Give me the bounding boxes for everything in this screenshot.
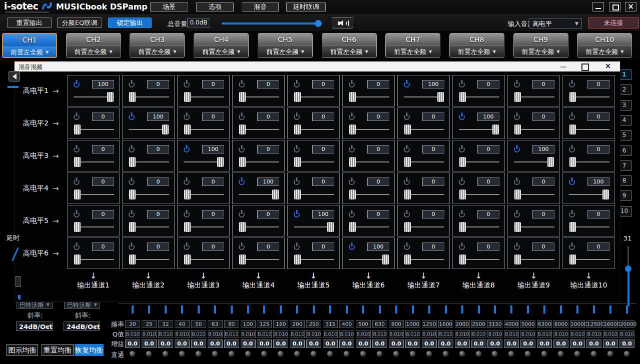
channel-preset-dropdown[interactable]: 前置左全频▼ [322, 46, 376, 58]
dialog-titlebar[interactable]: 混音混频 × [15, 62, 620, 72]
mix-level-slider[interactable] [349, 188, 389, 202]
mix-level-value[interactable]: 0 [92, 210, 114, 218]
mix-level-value[interactable]: 100 [147, 112, 169, 121]
eq-bypass-led[interactable] [212, 350, 218, 357]
eq-gain-value[interactable]: 0.0 [553, 340, 568, 348]
slider-thumb[interactable] [514, 254, 521, 264]
eq-band-slider-tick[interactable] [231, 306, 233, 314]
power-icon[interactable] [74, 212, 80, 218]
mix-level-slider[interactable] [129, 221, 169, 234]
eq-q-value[interactable]: 8.010 [422, 330, 437, 338]
channel-block-ch4[interactable]: CH4前置左全频▼ [194, 33, 249, 58]
slider-thumb[interactable] [459, 157, 466, 167]
eq-frequency-value[interactable]: 10000 [570, 320, 585, 328]
slider-thumb[interactable] [547, 157, 554, 167]
power-icon[interactable] [514, 114, 520, 120]
power-icon[interactable] [129, 244, 135, 250]
slider-thumb[interactable] [294, 157, 301, 167]
power-icon[interactable] [569, 82, 575, 88]
power-icon[interactable] [294, 179, 300, 185]
slider-thumb[interactable] [162, 124, 169, 134]
channel-label[interactable]: CH8 [450, 34, 504, 46]
eq-bypass-led[interactable] [475, 350, 482, 357]
slider-thumb[interactable] [514, 222, 521, 232]
eq-band-slider-tick[interactable] [313, 306, 315, 314]
eq-gain-value[interactable]: 0.0 [619, 340, 634, 348]
lock-output-button[interactable]: 锁定输出 [108, 18, 152, 28]
eq-frequency-value[interactable]: 20000 [619, 320, 634, 328]
mix-level-slider[interactable] [129, 124, 169, 137]
channel-block-ch9[interactable]: CH9前置左全频▼ [513, 33, 568, 58]
power-icon[interactable] [239, 114, 245, 120]
channel-block-ch8[interactable]: CH8前置左全频▼ [449, 33, 504, 58]
mix-level-value[interactable]: 0 [257, 242, 279, 251]
slider-thumb[interactable] [294, 254, 301, 264]
mix-level-slider[interactable] [239, 188, 279, 202]
mix-level-slider[interactable] [514, 91, 554, 104]
mix-level-value[interactable]: 0 [202, 178, 224, 186]
mix-level-slider[interactable] [569, 188, 609, 202]
eq-gain-value[interactable]: 0.0 [520, 340, 535, 348]
slider-thumb[interactable] [184, 254, 191, 264]
slider-thumb[interactable] [492, 124, 499, 134]
menu-button-2[interactable]: 选项 [196, 2, 234, 12]
eq-bypass-led[interactable] [590, 350, 597, 357]
mix-level-slider[interactable] [349, 221, 389, 234]
slider-thumb[interactable] [569, 157, 576, 167]
power-icon[interactable] [74, 114, 80, 120]
mix-level-slider[interactable] [349, 254, 389, 267]
mix-level-value[interactable]: 0 [312, 242, 334, 251]
eq-gain-value[interactable]: 0.0 [603, 340, 618, 348]
slider-thumb[interactable] [404, 254, 411, 264]
power-icon[interactable] [459, 114, 465, 120]
eq-frequency-value[interactable]: 50 [191, 320, 206, 328]
slider-thumb[interactable] [404, 222, 411, 232]
slider-thumb[interactable] [184, 222, 191, 232]
eq-frequency-value[interactable]: 16000 [603, 320, 618, 328]
mix-level-slider[interactable] [349, 124, 389, 137]
slider-thumb[interactable] [514, 124, 521, 134]
mix-level-value[interactable]: 100 [202, 145, 224, 154]
channel-block-ch6[interactable]: CH6前置左全频▼ [322, 33, 377, 58]
slider-thumb[interactable] [294, 92, 301, 102]
power-icon[interactable] [294, 244, 300, 250]
connection-status-button[interactable]: 未连接 [588, 18, 639, 28]
slider-thumb[interactable] [74, 222, 81, 232]
mix-level-slider[interactable] [514, 124, 554, 137]
mix-level-slider[interactable] [404, 221, 444, 234]
eq-bypass-led[interactable] [195, 350, 202, 357]
power-icon[interactable] [514, 179, 520, 185]
crossover-eq-link-button[interactable]: 分频EQ联调 [57, 18, 102, 28]
mix-level-value[interactable]: 0 [92, 178, 114, 186]
eq-q-value[interactable]: 8.010 [487, 330, 502, 338]
mix-level-value[interactable]: 100 [312, 210, 334, 218]
mix-level-value[interactable]: 0 [147, 242, 169, 251]
eq-band-slider-tick[interactable] [346, 306, 348, 314]
slider-thumb[interactable] [74, 190, 81, 200]
channel-block-ch7[interactable]: CH7前置左全频▼ [385, 33, 440, 58]
eq-frequency-value[interactable]: 800 [389, 320, 404, 328]
mix-level-value[interactable]: 0 [257, 210, 279, 218]
mix-level-slider[interactable] [294, 188, 334, 202]
eq-band-slider-tick[interactable] [510, 306, 512, 314]
eq-gain-value[interactable]: 0.0 [570, 340, 585, 348]
channel-preset-dropdown[interactable]: 前置左全频▼ [386, 46, 440, 58]
eq-frequency-value[interactable]: 63 [208, 320, 223, 328]
eq-bypass-led[interactable] [310, 350, 317, 357]
power-icon[interactable] [349, 146, 355, 152]
mix-level-slider[interactable] [514, 254, 554, 267]
eq-q-value[interactable]: 8.010 [553, 330, 568, 338]
mix-level-slider[interactable] [294, 221, 334, 234]
channel-label[interactable]: CH6 [322, 34, 376, 46]
mix-level-value[interactable]: 0 [92, 242, 114, 251]
power-icon[interactable] [349, 114, 355, 120]
power-icon[interactable] [349, 179, 355, 185]
eq-q-value[interactable]: 8.010 [273, 330, 288, 338]
eq-frequency-value[interactable]: 250 [306, 320, 321, 328]
channel-preset-dropdown[interactable]: 前置左全频▼ [3, 46, 56, 58]
eq-gain-value[interactable]: 0.0 [191, 340, 206, 348]
eq-gain-value[interactable]: 0.0 [438, 340, 453, 348]
eq-q-value[interactable]: 8.010 [586, 330, 601, 338]
eq-band-slider-tick[interactable] [181, 306, 183, 314]
eq-q-value[interactable]: 8.010 [570, 330, 585, 338]
